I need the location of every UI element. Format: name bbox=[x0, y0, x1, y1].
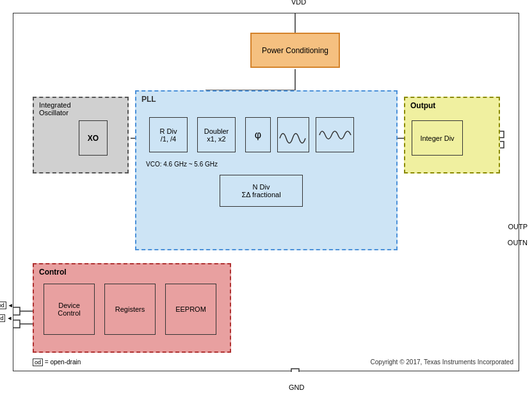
output-block: Output Integer Div OUTP OUTN bbox=[404, 97, 500, 173]
footer-od-note: od = open-drain bbox=[33, 359, 81, 366]
rdiv-line1: R Div bbox=[160, 127, 177, 135]
registers-block: Registers bbox=[104, 284, 156, 335]
vdd-label: VDD bbox=[291, 0, 306, 6]
svg-rect-41 bbox=[291, 369, 299, 372]
scl-pin: SCL od ◄ bbox=[0, 314, 12, 322]
phi-symbol: φ bbox=[255, 129, 261, 141]
outp-label: OUTP bbox=[508, 223, 528, 230]
ndiv-line2: ΣΔ fractional bbox=[241, 191, 280, 198]
output-label: Output bbox=[410, 101, 435, 110]
oscillator-label: Integrated Oscillator bbox=[39, 101, 71, 117]
vco-icon bbox=[317, 122, 353, 148]
ndiv-block: N Div ΣΔ fractional bbox=[220, 175, 303, 207]
svg-rect-45 bbox=[13, 320, 20, 328]
sda-arrow: ◄ bbox=[8, 302, 13, 309]
device-control-block: Device Control bbox=[44, 284, 95, 335]
integrated-oscillator-block: Integrated Oscillator XO bbox=[33, 97, 129, 173]
doubler-line1: Doubler bbox=[204, 127, 229, 135]
lpf-icon bbox=[278, 125, 308, 145]
od-badge-footer: od bbox=[33, 359, 43, 366]
vco-text: VCO: 4.6 GHz ~ 5.6 GHz bbox=[146, 161, 218, 168]
eeprom-block: EEPROM bbox=[165, 284, 216, 335]
scl-od-badge: od bbox=[0, 314, 5, 322]
od-note-text: = open-drain bbox=[45, 359, 81, 366]
control-label: Control bbox=[39, 268, 67, 277]
rdiv-line2: /1, /4 bbox=[161, 135, 176, 143]
rdiv-block: R Div /1, /4 bbox=[149, 117, 188, 152]
scl-arrow: ◄ bbox=[6, 315, 12, 321]
doubler-block: Doubler x1, x2 bbox=[197, 117, 236, 152]
vco-block bbox=[316, 117, 354, 152]
pll-label: PLL bbox=[141, 95, 156, 104]
gnd-label: GND bbox=[289, 383, 304, 391]
sda-pin: SDA od ◄ bbox=[0, 302, 13, 309]
footer-copyright: Copyright © 2017, Texas Instruments Inco… bbox=[371, 359, 513, 366]
power-conditioning-label: Power Conditioning bbox=[262, 46, 328, 55]
xo-block: XO bbox=[79, 120, 108, 156]
lpf-block bbox=[277, 117, 309, 152]
power-conditioning-block: Power Conditioning bbox=[250, 33, 340, 68]
outn-label: OUTN bbox=[508, 239, 528, 246]
pll-block: PLL R Div /1, /4 Doubler x1, x2 φ bbox=[135, 90, 398, 250]
doubler-line2: x1, x2 bbox=[207, 135, 225, 143]
phi-block: φ bbox=[245, 117, 271, 152]
control-block: Control Device Control Registers EEPROM bbox=[33, 263, 231, 353]
diagram-container: VDD 10 nF bbox=[13, 13, 519, 371]
int-div-block: Integer Div bbox=[412, 120, 463, 156]
svg-rect-44 bbox=[13, 307, 20, 315]
ndiv-line1: N Div bbox=[253, 183, 270, 191]
sda-od-badge: od bbox=[0, 302, 6, 309]
